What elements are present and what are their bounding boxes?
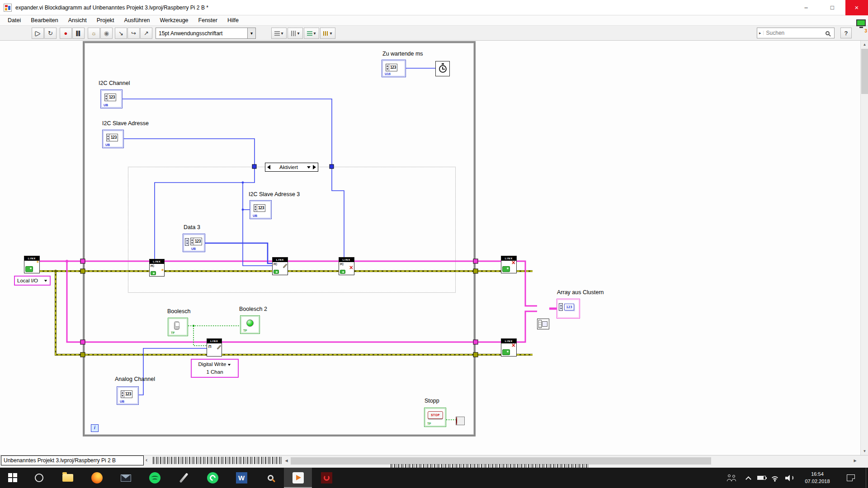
show-desktop-button[interactable] <box>866 468 868 488</box>
resize-objects-icon <box>307 31 312 36</box>
step-over-button[interactable]: ↪ <box>127 28 140 39</box>
case-selector[interactable]: Aktiviert <box>265 163 318 172</box>
scroll-left-button[interactable]: ◀ <box>283 457 290 465</box>
local-io-constant[interactable]: Local I/O <box>14 276 51 286</box>
vertical-scroll-thumb[interactable] <box>861 49 868 94</box>
font-selector[interactable]: 15pt Anwendungsschriftart ▾ <box>156 28 256 39</box>
i2c-slave-terminal[interactable]: 123 UB <box>102 130 124 148</box>
case-structure[interactable] <box>128 167 456 293</box>
pause-button[interactable]: ▌▌ <box>72 28 85 39</box>
step-into-button[interactable]: ↘ <box>115 28 127 39</box>
taskbar-item-mail[interactable] <box>113 468 138 488</box>
chevron-down-icon[interactable] <box>307 166 311 169</box>
align-objects-button[interactable]: ▾ <box>271 28 287 39</box>
device-icon <box>151 271 156 275</box>
data3-array-terminal[interactable]: 123 UB <box>183 234 205 252</box>
i2c-slave3-terminal[interactable]: 123 UB <box>250 200 272 219</box>
run-continuous-button[interactable]: ↻ <box>44 28 57 39</box>
taskbar-item-search[interactable] <box>26 468 52 488</box>
taskbar-item-whatsapp[interactable] <box>200 468 225 488</box>
taskbar-item-file-explorer[interactable] <box>55 468 80 488</box>
case-prev-icon[interactable] <box>267 165 270 169</box>
taskbar-item-word[interactable]: W <box>229 468 254 488</box>
resize-objects-button[interactable]: ▾ <box>304 28 319 39</box>
linx-i2c-close-block[interactable]: LINX I²C× <box>339 257 354 275</box>
datatype-label: U16 <box>385 72 391 75</box>
linx-digital-write-block[interactable]: LINX Π <box>207 338 222 357</box>
digital-write-selector[interactable]: Digital Write 1 Chan <box>191 359 239 378</box>
tray-show-hidden-icons[interactable] <box>742 468 754 488</box>
menu-werkzeuge[interactable]: Werkzeuge <box>155 17 193 23</box>
project-context-tab[interactable]: Unbenanntes Projekt 3.lvproj/Raspberry P… <box>1 455 144 465</box>
step-out-button[interactable]: ↗ <box>140 28 152 39</box>
minimize-button[interactable]: – <box>793 0 819 15</box>
start-button[interactable] <box>0 468 25 488</box>
folder-icon <box>62 474 73 482</box>
loop-condition-terminal[interactable] <box>456 417 465 425</box>
tray-network[interactable] <box>769 468 781 488</box>
taskbar-item-firefox[interactable] <box>84 468 109 488</box>
linx-i2c-write-block[interactable]: LINX I²C <box>272 257 288 275</box>
datatype-label: UB <box>191 247 196 250</box>
menu-ansicht[interactable]: Ansicht <box>63 17 92 23</box>
vertical-scrollbar[interactable]: ▲ ▼ <box>860 41 868 455</box>
taskbar-item-adobe-reader[interactable] <box>314 468 339 488</box>
run-button[interactable]: ▶ <box>32 28 44 39</box>
linx-open-block[interactable]: LINX * <box>24 256 40 273</box>
array-aus-clustern-indicator[interactable]: 123 <box>557 299 580 319</box>
abort-button[interactable]: ● <box>60 28 72 39</box>
iteration-terminal[interactable]: i <box>91 424 99 432</box>
stopp-terminal[interactable]: STOP TF <box>424 408 446 427</box>
linx-close-block-top[interactable]: LINX × <box>501 256 517 273</box>
scroll-right-button[interactable]: ▶ <box>851 457 859 465</box>
horizontal-scroll-thumb[interactable] <box>291 457 711 465</box>
taskbar-item-search-app[interactable] <box>258 468 283 488</box>
search-icon[interactable] <box>826 31 830 35</box>
menu-fenster[interactable]: Fenster <box>193 17 222 23</box>
menu-ausfuehren[interactable]: Ausführen <box>119 17 155 23</box>
tray-volume[interactable] <box>783 468 796 488</box>
taskbar-item-labview-active[interactable] <box>284 468 312 488</box>
help-button[interactable]: ? <box>840 28 852 38</box>
tray-people-button[interactable] <box>724 468 739 488</box>
boolesch-terminal[interactable]: TF <box>168 318 188 336</box>
boolesch2-terminal[interactable]: TF <box>240 315 260 334</box>
close-button[interactable]: × <box>845 0 868 15</box>
scroll-down-button[interactable]: ▼ <box>861 447 868 455</box>
search-input[interactable]: ▸ Suchen <box>757 28 835 38</box>
taskbar-item-spotify[interactable] <box>142 468 167 488</box>
datatype-label: TF <box>243 329 247 332</box>
wait-ms-terminal[interactable]: 123 U16 <box>382 60 406 77</box>
case-selector-value: Aktiviert <box>273 164 305 170</box>
datatype-label: UB <box>120 400 124 403</box>
chevron-down-icon[interactable]: ▾ <box>247 28 255 38</box>
status-bar: Unbenanntes Projekt 3.lvproj/Raspberry P… <box>0 455 868 468</box>
retain-wire-values-button[interactable]: ◉ <box>100 28 113 39</box>
search-scope-icon[interactable]: ▸ <box>757 31 764 35</box>
close-x-icon: × <box>512 259 515 266</box>
distribute-objects-button[interactable]: ▾ <box>288 28 303 39</box>
maximize-button[interactable]: □ <box>819 0 845 15</box>
build-array-function[interactable] <box>537 319 549 329</box>
tray-clock[interactable]: 16:54 07.02.2018 <box>798 468 836 488</box>
menu-hilfe[interactable]: Hilfe <box>222 17 244 23</box>
action-center-button[interactable] <box>842 468 860 488</box>
menu-bearbeiten[interactable]: Bearbeiten <box>26 17 63 23</box>
taskbar-item-pen-app[interactable] <box>171 468 196 488</box>
toggle-switch-icon <box>174 321 179 330</box>
menu-datei[interactable]: Datei <box>3 17 26 23</box>
wait-ms-function[interactable] <box>435 61 450 76</box>
highlight-execution-button[interactable]: ☼ <box>88 28 100 39</box>
linx-i2c-open-block[interactable]: LINX I²C* <box>149 259 165 277</box>
remote-monitor-overlay-icon[interactable]: 3 <box>856 19 867 34</box>
collapse-icon[interactable]: ‹ <box>146 456 147 463</box>
reorder-objects-button[interactable]: ▾ <box>320 28 335 39</box>
analog-channel-terminal[interactable]: 123 UB <box>117 386 139 405</box>
linx-header: LINX <box>273 258 288 262</box>
linx-close-block-bottom[interactable]: LINX × <box>501 338 517 357</box>
i2c-channel-terminal[interactable]: 123 UB <box>100 89 123 108</box>
case-next-icon[interactable] <box>313 165 316 169</box>
scroll-up-button[interactable]: ▲ <box>861 41 868 48</box>
menu-projekt[interactable]: Projekt <box>92 17 119 23</box>
tray-battery[interactable] <box>755 468 768 488</box>
